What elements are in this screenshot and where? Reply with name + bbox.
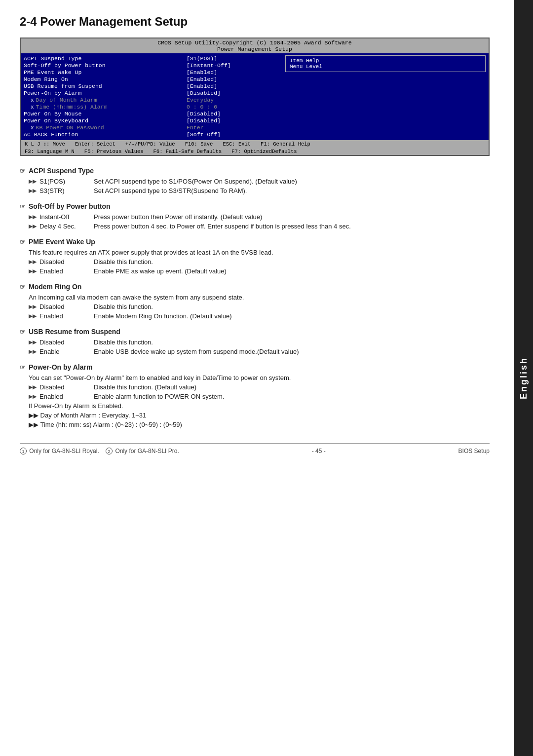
bios-row: USB Resume from Suspend — [24, 83, 184, 89]
section-arrow-icon: ☞ — [20, 364, 26, 371]
bios-left-panel: ACPI Suspend Type Soft-Off by Power butt… — [24, 55, 187, 138]
bios-row-value-text: Everyday — [187, 97, 285, 103]
bios-row-label: Power-On by Alarm — [24, 90, 137, 96]
bios-row-label: xDay of Month Alarm — [24, 97, 137, 103]
bios-row-value-text: [Disabled] — [187, 117, 285, 124]
sub-arrow-icon: ▶▶ — [29, 384, 37, 390]
bios-footer1: K L J ↕: MoveEnter: Select+/-/PU/PD: Val… — [21, 140, 489, 148]
section-heading-text: Power-On by Alarm — [29, 363, 92, 371]
sidebar-english-tab: English — [514, 0, 533, 756]
bios-row: xTime (hh:mm:ss) Alarm — [24, 104, 184, 110]
section-arrow-icon: ☞ — [20, 283, 26, 291]
bios-row-value-text: [Disabled] — [187, 90, 285, 96]
section-heading-text: Modem Ring On — [29, 283, 81, 291]
page-wrapper: 2-4 Power Management Setup CMOS Setup Ut… — [0, 0, 533, 756]
bios-row-label: Power On ByKeyboard — [24, 117, 137, 124]
bios-screenshot: CMOS Setup Utility-Copyright (C) 1984-20… — [20, 38, 490, 156]
sub-term: Instant-Off — [39, 213, 94, 221]
bios-row-label: ACPI Suspend Type — [24, 55, 137, 62]
footer-right-label: BIOS Setup — [458, 448, 490, 454]
bios-body: ACPI Suspend Type Soft-Off by Power butt… — [21, 53, 489, 140]
bios-row: Soft-Off by Power button — [24, 62, 184, 69]
sub-term: Enabled — [39, 312, 94, 320]
section-heading-acpi: ☞ACPI Suspend Type — [20, 167, 490, 175]
section-desc-modem: An incoming call via modem can awake the… — [20, 294, 490, 301]
bios-row-value: [Disabled] — [187, 111, 285, 117]
bios-row-label: xTime (hh:mm:ss) Alarm — [24, 104, 137, 110]
sub-item: ▶▶DisabledDisable this function. — [20, 258, 490, 265]
sub-desc: Enable alarm function to POWER ON system… — [94, 393, 224, 400]
bios-right-panel: Item Help Menu Level — [285, 55, 486, 72]
bios-x-marker: x — [31, 104, 34, 110]
bios-row-value-text: [Instant-Off] — [187, 62, 285, 69]
section-desc-pme: This feature requires an ATX power suppl… — [20, 249, 490, 256]
bios-row-value: Enter — [187, 124, 285, 131]
bios-row-value: Everyday — [187, 97, 285, 103]
bios-header1: CMOS Setup Utility-Copyright (C) 1984-20… — [21, 38, 489, 53]
sub-term: Disabled — [39, 339, 94, 346]
sidebar-label: English — [519, 357, 529, 399]
section-heading-poweron: ☞Power-On by Alarm — [20, 363, 490, 371]
sub-item: ▶▶S1(POS)Set ACPI suspend type to S1/POS… — [20, 178, 490, 185]
bios-footer1-item: F1: General Help — [261, 141, 310, 147]
section-heading-text: USB Resume from Suspend — [29, 328, 120, 336]
sub-desc: Disable this function. (Default value) — [94, 383, 196, 391]
bios-row-label: PME Event Wake Up — [24, 69, 137, 76]
bios-row: AC BACK Function — [24, 131, 184, 138]
bios-row-value: [Disabled] — [187, 117, 285, 124]
sub-item: ▶▶EnabledEnable PME as wake up event. (D… — [20, 267, 490, 275]
sub-desc: Enable PME as wake up event. (Default va… — [94, 267, 227, 275]
bios-row: Power On By Mouse — [24, 111, 184, 117]
bios-row-label: AC BACK Function — [24, 131, 137, 138]
bios-x-marker: x — [31, 125, 34, 131]
bios-row: PME Event Wake Up — [24, 69, 184, 76]
sub-arrow-icon: ▶▶ — [29, 268, 37, 274]
section-arrow-icon: ☞ — [20, 238, 26, 246]
sub-desc: Disable this function. — [94, 258, 153, 265]
sub-term: S3(STR) — [39, 187, 94, 194]
sub-desc: Disable this function. — [94, 339, 153, 346]
sub-desc: Press power button 4 sec. to Power off. … — [94, 223, 351, 230]
bios-row: Power On ByKeyboard — [24, 117, 184, 124]
sub-item: ▶▶DisabledDisable this function. (Defaul… — [20, 383, 490, 391]
sub-arrow-icon: ▶▶ — [29, 303, 37, 310]
sub-arrow-icon: ▶▶ — [29, 339, 37, 345]
footer-page-num: - 45 - — [312, 448, 326, 454]
sub-term: Delay 4 Sec. — [39, 223, 94, 230]
sub-item: ▶▶Delay 4 Sec.Press power button 4 sec. … — [20, 223, 490, 230]
page-footer: 1 Only for GA-8N-SLI Royal. 2 Only for G… — [20, 443, 490, 454]
section-desc-poweron: You can set "Power-On by Alarm" item to … — [20, 374, 490, 381]
bios-x-marker: x — [31, 97, 34, 103]
sub-arrow-icon: ▶▶ — [29, 313, 37, 319]
section-heading-text: PME Event Wake Up — [29, 238, 95, 246]
bios-row-value-text: [Enabled] — [187, 69, 285, 76]
footer-note1: Only for GA-8N-SLI Royal. — [29, 448, 99, 454]
sub-arrow-icon: ▶▶ — [29, 178, 37, 185]
sub-desc: Set ACPI suspend type to S1/POS(Power On… — [94, 178, 297, 185]
sub-desc: Enable Modem Ring On function. (Default … — [94, 312, 232, 320]
note1-icon: 1 — [20, 448, 27, 454]
bios-row: ACPI Suspend Type — [24, 55, 184, 62]
bios-footer1-item: F10: Save — [185, 141, 213, 147]
footer-notes: 1 Only for GA-8N-SLI Royal. 2 Only for G… — [20, 448, 179, 454]
main-content: 2-4 Power Management Setup CMOS Setup Ut… — [0, 0, 514, 756]
bios-row-value: [S1(POS)] — [187, 55, 285, 62]
bios-footer2-item: F3: Language M N — [25, 149, 75, 154]
sub-item: ▶▶EnabledEnable alarm function to POWER … — [20, 393, 490, 400]
bios-row-value: [Enabled] — [187, 69, 285, 76]
bios-row-value-text: [S1(POS)] — [187, 55, 285, 62]
page-title: 2-4 Power Management Setup — [20, 15, 490, 29]
section-extra-line: ▶▶ Time (hh: mm: ss) Alarm : (0~23) : (0… — [20, 421, 490, 428]
bios-footer2-item: F6: Fail-Safe Defaults — [153, 149, 222, 154]
sub-item: ▶▶S3(STR)Set ACPI suspend type to S3/STR… — [20, 187, 490, 194]
sub-item: ▶▶DisabledDisable this function. — [20, 339, 490, 346]
bios-row-label: Power On By Mouse — [24, 111, 137, 117]
sub-term: Disabled — [39, 383, 94, 391]
bios-row-label: USB Resume from Suspend — [24, 83, 137, 89]
sub-item: ▶▶Instant-OffPress power button then Pow… — [20, 213, 490, 221]
bios-header-title: CMOS Setup Utility-Copyright (C) 1984-20… — [21, 39, 489, 46]
sections-container: ☞ACPI Suspend Type▶▶S1(POS)Set ACPI susp… — [20, 167, 490, 428]
sub-desc: Set ACPI suspend type to S3/STR(Suspend … — [94, 187, 247, 194]
bios-footer1-item: +/-/PU/PD: Value — [125, 141, 175, 147]
section-heading-text: Soft-Off by Power button — [29, 202, 111, 210]
